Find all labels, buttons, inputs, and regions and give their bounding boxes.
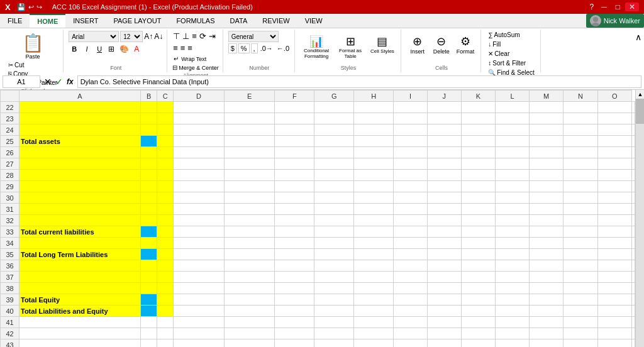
table-cell[interactable]: Total assets bbox=[19, 136, 141, 147]
table-cell[interactable] bbox=[427, 147, 461, 158]
table-cell[interactable] bbox=[394, 283, 428, 294]
table-cell[interactable] bbox=[427, 226, 461, 238]
table-cell[interactable] bbox=[564, 204, 597, 215]
table-cell[interactable] bbox=[275, 147, 314, 158]
table-cell[interactable] bbox=[157, 181, 174, 192]
table-cell[interactable] bbox=[427, 124, 461, 136]
table-cell[interactable] bbox=[174, 136, 225, 147]
table-cell[interactable] bbox=[394, 102, 428, 113]
table-cell[interactable] bbox=[529, 294, 563, 306]
table-cell[interactable] bbox=[564, 272, 597, 283]
table-cell[interactable] bbox=[632, 147, 635, 158]
table-cell[interactable] bbox=[632, 249, 635, 260]
table-cell[interactable] bbox=[141, 215, 157, 226]
table-cell[interactable] bbox=[354, 192, 394, 204]
table-cell[interactable] bbox=[461, 260, 495, 272]
table-cell[interactable] bbox=[275, 158, 314, 170]
table-cell[interactable] bbox=[354, 204, 394, 215]
table-cell[interactable] bbox=[314, 272, 354, 283]
table-cell[interactable] bbox=[314, 260, 354, 272]
table-cell[interactable] bbox=[141, 204, 157, 215]
table-cell[interactable] bbox=[19, 204, 141, 215]
scroll-up-button[interactable]: ▲ bbox=[636, 90, 644, 99]
table-cell[interactable] bbox=[354, 215, 394, 226]
table-cell[interactable] bbox=[141, 147, 157, 158]
tab-home[interactable]: HOME bbox=[30, 14, 65, 28]
table-cell[interactable] bbox=[354, 181, 394, 192]
table-cell[interactable] bbox=[19, 317, 141, 328]
table-cell[interactable] bbox=[157, 158, 174, 170]
tab-view[interactable]: VIEW bbox=[297, 14, 330, 28]
col-header-F[interactable]: F bbox=[275, 91, 314, 102]
table-cell[interactable] bbox=[529, 215, 563, 226]
user-badge[interactable]: Nick Walker bbox=[586, 14, 644, 28]
table-cell[interactable] bbox=[597, 204, 631, 215]
table-cell[interactable] bbox=[529, 339, 563, 348]
italic-button[interactable]: I bbox=[81, 43, 92, 55]
table-cell[interactable] bbox=[157, 283, 174, 294]
table-cell[interactable] bbox=[597, 192, 631, 204]
table-cell[interactable] bbox=[157, 238, 174, 249]
table-cell[interactable] bbox=[141, 339, 157, 348]
table-cell[interactable] bbox=[529, 113, 563, 124]
table-cell[interactable]: Total Liabilities and Equity bbox=[19, 306, 141, 317]
table-cell[interactable] bbox=[597, 226, 631, 238]
table-cell[interactable] bbox=[427, 192, 461, 204]
align-bottom-button[interactable]: ≡ bbox=[191, 31, 197, 41]
table-cell[interactable] bbox=[394, 204, 428, 215]
col-header-C[interactable]: C bbox=[157, 91, 174, 102]
table-cell[interactable] bbox=[174, 158, 225, 170]
table-cell[interactable] bbox=[495, 158, 529, 170]
table-cell[interactable] bbox=[275, 181, 314, 192]
table-cell[interactable] bbox=[495, 170, 529, 181]
table-cell[interactable] bbox=[427, 136, 461, 147]
table-cell[interactable] bbox=[314, 170, 354, 181]
table-cell[interactable] bbox=[354, 113, 394, 124]
table-cell[interactable] bbox=[394, 294, 428, 306]
table-cell[interactable] bbox=[461, 170, 495, 181]
table-cell[interactable] bbox=[314, 136, 354, 147]
table-cell[interactable] bbox=[275, 283, 314, 294]
table-cell[interactable] bbox=[314, 238, 354, 249]
table-cell[interactable] bbox=[597, 238, 631, 249]
table-cell[interactable] bbox=[529, 204, 563, 215]
col-header-N[interactable]: N bbox=[564, 91, 597, 102]
table-cell[interactable] bbox=[597, 317, 631, 328]
table-cell[interactable] bbox=[632, 204, 635, 215]
table-cell[interactable] bbox=[427, 294, 461, 306]
table-cell[interactable] bbox=[19, 272, 141, 283]
col-header-A[interactable]: A bbox=[19, 91, 141, 102]
table-cell[interactable] bbox=[224, 158, 274, 170]
fill-button[interactable]: ↓ Fill bbox=[486, 40, 536, 48]
table-cell[interactable] bbox=[174, 102, 225, 113]
table-cell[interactable] bbox=[224, 136, 274, 147]
tab-page-layout[interactable]: PAGE LAYOUT bbox=[106, 14, 169, 28]
table-cell[interactable] bbox=[174, 113, 225, 124]
tab-review[interactable]: REVIEW bbox=[255, 14, 297, 28]
table-cell[interactable] bbox=[174, 339, 225, 348]
table-cell[interactable] bbox=[174, 181, 225, 192]
table-cell[interactable] bbox=[275, 294, 314, 306]
table-cell[interactable] bbox=[529, 283, 563, 294]
table-cell[interactable] bbox=[461, 306, 495, 317]
table-cell[interactable] bbox=[19, 124, 141, 136]
table-cell[interactable] bbox=[275, 226, 314, 238]
table-cell[interactable] bbox=[141, 192, 157, 204]
font-color-button[interactable]: A bbox=[132, 44, 141, 54]
table-cell[interactable] bbox=[632, 113, 635, 124]
clear-button[interactable]: ✕ Clear bbox=[486, 50, 536, 58]
align-center-button[interactable]: ≡ bbox=[180, 43, 186, 53]
table-cell[interactable] bbox=[461, 147, 495, 158]
table-cell[interactable] bbox=[141, 306, 157, 317]
table-cell[interactable] bbox=[141, 317, 157, 328]
format-as-table-button[interactable]: ⊞ Format as Table bbox=[334, 33, 367, 61]
align-left-button[interactable]: ≡ bbox=[172, 43, 179, 53]
table-cell[interactable] bbox=[174, 192, 225, 204]
table-cell[interactable] bbox=[224, 170, 274, 181]
table-cell[interactable] bbox=[394, 147, 428, 158]
table-cell[interactable] bbox=[495, 306, 529, 317]
quick-access-save[interactable]: 💾 bbox=[17, 3, 26, 11]
table-cell[interactable] bbox=[275, 170, 314, 181]
table-cell[interactable] bbox=[597, 113, 631, 124]
maximize-button[interactable]: □ bbox=[612, 3, 624, 11]
